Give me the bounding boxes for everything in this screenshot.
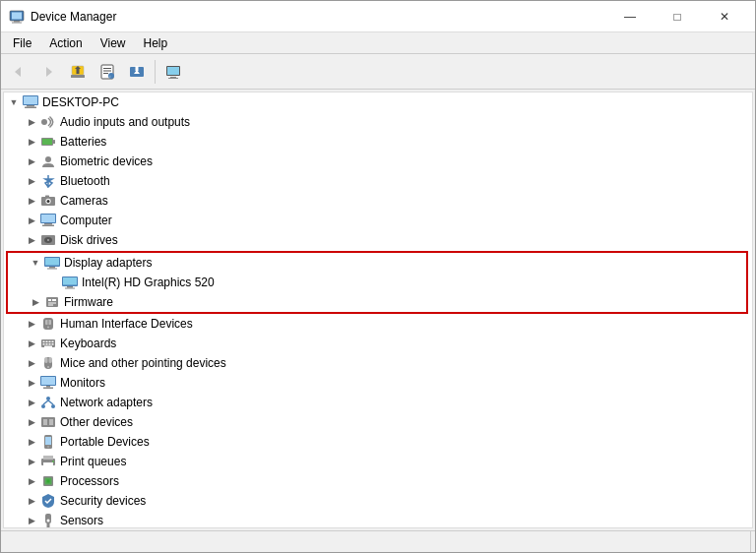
tree-item-sensors[interactable]: ▶ Sensors [4, 511, 752, 528]
menu-file[interactable]: File [5, 34, 39, 52]
svg-rect-53 [52, 299, 56, 301]
tree-item-biometric[interactable]: ▶ Biometric devices [4, 152, 752, 171]
tree-item-display[interactable]: ▼ Display adapters [8, 253, 746, 273]
svg-rect-26 [25, 107, 36, 109]
expander-hid[interactable]: ▶ [24, 316, 39, 332]
svg-rect-65 [43, 343, 45, 345]
battery-icon [39, 134, 57, 150]
expander-security[interactable]: ▶ [24, 493, 39, 509]
toolbar: i [1, 54, 755, 90]
svg-rect-85 [43, 419, 47, 425]
menu-view[interactable]: View [93, 34, 134, 52]
tree-item-diskdrives[interactable]: ▶ Disk drives [4, 230, 752, 250]
expander-monitors[interactable]: ▶ [24, 375, 39, 391]
expander-portable[interactable]: ▶ [24, 434, 39, 450]
tree-item-bluetooth[interactable]: ▶ Bluetooth [4, 171, 752, 191]
expander-network[interactable]: ▶ [24, 395, 39, 410]
device-tree[interactable]: ▼ DESKTOP-PC ▶ [3, 92, 753, 528]
svg-rect-71 [44, 357, 48, 363]
svg-text:i: i [110, 73, 111, 78]
expander-audio[interactable]: ▶ [24, 114, 39, 130]
update-icon [129, 64, 145, 80]
expander-display[interactable]: ▼ [28, 255, 43, 271]
display-button[interactable] [159, 58, 187, 86]
mice-icon [39, 355, 57, 371]
svg-rect-63 [49, 341, 51, 343]
expander-batteries[interactable]: ▶ [24, 134, 39, 150]
expander-computer[interactable]: ▶ [24, 213, 39, 228]
expander-bluetooth[interactable]: ▶ [24, 173, 39, 189]
back-button[interactable] [5, 58, 32, 86]
monitors-label: Monitors [60, 376, 105, 390]
diskdrives-icon [39, 232, 57, 248]
toolbar-separator [155, 60, 156, 84]
network-icon [39, 395, 57, 410]
tree-item-other[interactable]: ▶ Other devices [4, 412, 752, 432]
svg-rect-18 [136, 66, 139, 71]
minimize-button[interactable]: — [607, 2, 653, 31]
menu-bar: File Action View Help [1, 32, 755, 54]
svg-rect-73 [48, 357, 49, 363]
close-button[interactable]: ✕ [702, 2, 747, 31]
hid-icon [39, 316, 57, 332]
svg-rect-68 [52, 343, 54, 345]
forward-button[interactable] [34, 58, 62, 86]
svg-point-27 [41, 119, 47, 125]
svg-rect-35 [45, 196, 49, 198]
tree-item-print[interactable]: ▶ Print queues [4, 452, 752, 471]
expander-biometric[interactable]: ▶ [24, 154, 39, 169]
tree-item-batteries[interactable]: ▶ Batteries [4, 132, 752, 152]
tree-item-computer[interactable]: ▶ Computer [4, 211, 752, 230]
tree-item-keyboards[interactable]: ▶ Keyboards [4, 334, 752, 353]
svg-rect-66 [46, 343, 48, 345]
tree-item-hid[interactable]: ▶ Human Interface Devices [4, 314, 752, 334]
svg-rect-61 [43, 341, 45, 343]
expander-keyboards[interactable]: ▶ [24, 336, 39, 351]
menu-help[interactable]: Help [136, 34, 176, 52]
expander-print[interactable]: ▶ [24, 454, 39, 469]
tree-item-processors[interactable]: ▶ Processors [4, 471, 752, 491]
other-label: Other devices [60, 415, 133, 429]
biometric-label: Biometric devices [60, 154, 153, 168]
tree-item-root[interactable]: ▼ DESKTOP-PC [4, 92, 752, 112]
tree-item-cameras[interactable]: ▶ Cameras [4, 191, 752, 211]
svg-rect-3 [12, 22, 22, 23]
svg-rect-25 [27, 105, 34, 107]
expander-firmware[interactable]: ▶ [28, 294, 43, 310]
expander-processors[interactable]: ▶ [24, 473, 39, 489]
svg-rect-76 [41, 377, 55, 385]
menu-action[interactable]: Action [41, 34, 90, 52]
expander-root[interactable]: ▼ [6, 94, 22, 110]
expander-sensors[interactable]: ▶ [24, 513, 39, 528]
svg-rect-46 [47, 269, 57, 270]
properties-button[interactable]: i [94, 58, 121, 86]
expander-mice[interactable]: ▶ [24, 355, 39, 371]
up-button[interactable] [64, 58, 92, 86]
svg-point-74 [47, 366, 49, 368]
print-label: Print queues [60, 455, 126, 468]
tree-item-firmware[interactable]: ▶ Firmware [8, 292, 746, 312]
svg-rect-50 [65, 288, 75, 289]
update-button[interactable] [123, 58, 151, 86]
svg-rect-22 [168, 78, 178, 79]
forward-icon [40, 64, 56, 80]
window-controls: — □ ✕ [607, 2, 747, 31]
expander-cameras[interactable]: ▶ [24, 193, 39, 209]
batteries-label: Batteries [60, 135, 106, 149]
expander-other[interactable]: ▶ [24, 414, 39, 430]
tree-item-audio[interactable]: ▶ Audio inputs and outputs [4, 112, 752, 132]
maximize-button[interactable]: □ [655, 2, 700, 31]
tree-item-portable[interactable]: ▶ Portable Devices [4, 432, 752, 452]
monitors-icon [39, 375, 57, 391]
svg-point-31 [45, 156, 51, 162]
tree-item-intel[interactable]: ▶ Intel(R) HD Graphics 520 [8, 273, 746, 292]
biometric-icon [39, 154, 57, 169]
expander-diskdrives[interactable]: ▶ [24, 232, 39, 248]
tree-item-network[interactable]: ▶ Network adapters [4, 393, 752, 412]
svg-rect-69 [44, 346, 52, 348]
tree-item-monitors[interactable]: ▶ Monitors [4, 373, 752, 393]
tree-item-mice[interactable]: ▶ Mice and other pointing devices [4, 353, 752, 373]
portable-label: Portable Devices [60, 435, 150, 449]
svg-rect-67 [49, 343, 51, 345]
tree-item-security[interactable]: ▶ Security devices [4, 491, 752, 511]
